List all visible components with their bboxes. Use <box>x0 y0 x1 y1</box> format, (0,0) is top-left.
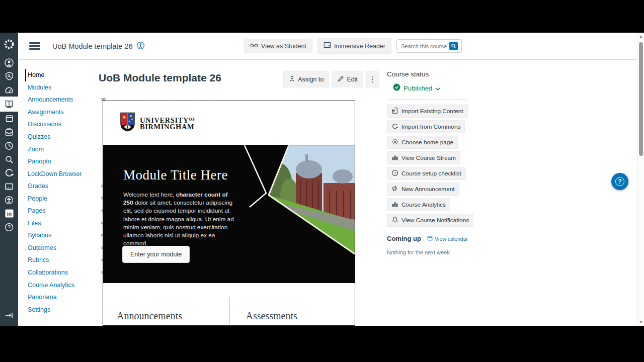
question-circle-icon: ? <box>391 169 398 178</box>
course-nav-assignments[interactable]: Assignments <box>25 106 87 119</box>
megaphone-icon <box>391 185 398 194</box>
account-icon[interactable] <box>0 56 18 69</box>
page-actions: Assign to Edit ⋮ <box>283 71 379 87</box>
course-nav-lockdown-browser[interactable]: LockDown Browser <box>25 167 87 180</box>
course-setup-checklist-button[interactable]: ? Course setup checklist <box>387 167 466 180</box>
assessments-heading: Assessments <box>246 310 297 322</box>
module-template-card: UNIVERSITYOF BIRMINGHAM <box>103 101 355 326</box>
help-icon[interactable]: ? <box>0 220 18 234</box>
course-nav-settings[interactable]: Settings <box>25 303 87 316</box>
course-status-heading: Course status <box>387 70 468 78</box>
course-nav-collaborations[interactable]: Collaborations <box>25 266 87 279</box>
canvas-app: in ? UoB Module template 26 Vi <box>0 33 644 326</box>
course-status-panel: Course status Published Import Existing … <box>387 70 468 255</box>
view-course-notifications-button[interactable]: View Course Notifications <box>387 214 473 227</box>
vertical-scrollbar[interactable]: ▲ ▼ <box>637 33 644 326</box>
global-navigation: in ? <box>0 33 18 326</box>
edit-button[interactable]: Edit <box>332 71 363 87</box>
admin-icon[interactable] <box>0 69 18 83</box>
course-nav-rubrics[interactable]: Rubrics <box>25 254 87 266</box>
svg-text:?: ? <box>8 224 11 230</box>
glasses-icon <box>250 42 258 50</box>
view-as-student-button[interactable]: View as Student <box>244 39 312 53</box>
search-input[interactable] <box>401 43 449 49</box>
coming-up-empty-text: Nothing for the next week <box>387 249 468 255</box>
course-nav-panopto[interactable]: Panopto <box>25 155 87 168</box>
course-nav-quizzes[interactable]: Quizzes <box>25 131 87 143</box>
announcements-heading: Announcements <box>117 310 182 322</box>
person-icon <box>289 75 295 83</box>
course-search <box>396 39 462 53</box>
course-nav-home[interactable]: Home <box>25 69 87 81</box>
university-wordmark: UNIVERSITYOF BIRMINGHAM <box>140 116 195 130</box>
inbox-icon[interactable] <box>0 125 18 139</box>
studio-icon[interactable] <box>0 179 18 193</box>
view-calendar-link[interactable]: View calendar <box>427 235 468 242</box>
course-header: UoB Module template 26 View as Student I… <box>18 33 644 60</box>
svg-text:?: ? <box>394 170 396 175</box>
header-actions: View as Student Immersive Reader <box>244 38 462 54</box>
linkedin-icon[interactable]: in <box>0 207 18 220</box>
screen: in ? UoB Module template 26 Vi <box>0 0 644 362</box>
chevron-down-icon <box>435 84 441 93</box>
more-options-kebab-icon[interactable]: ⋮ <box>366 71 379 87</box>
course-nav-pages[interactable]: Pages <box>25 205 87 217</box>
view-course-stream-button[interactable]: View Course Stream <box>387 151 460 164</box>
canvas-logo-icon[interactable] <box>0 33 18 56</box>
hamburger-menu-icon[interactable] <box>29 41 40 52</box>
published-toggle[interactable]: Published <box>393 83 468 93</box>
course-nav-zoom[interactable]: Zoom <box>25 143 87 155</box>
scroll-down-arrow-icon[interactable]: ▼ <box>637 320 644 324</box>
search-icon[interactable] <box>0 152 18 166</box>
course-nav-syllabus[interactable]: Syllabus <box>25 229 87 242</box>
home-page-icon <box>391 138 398 147</box>
edit-label: Edit <box>347 76 358 83</box>
import-content-icon <box>391 107 398 116</box>
scrollbar-thumb[interactable] <box>639 42 643 156</box>
course-nav-people[interactable]: People <box>25 192 87 205</box>
card-sections: Announcements Assessments <box>103 283 355 326</box>
course-nav-discussions[interactable]: Discussions <box>25 118 87 131</box>
coming-up-section: Coming up View calendar Nothing for the … <box>387 235 468 255</box>
course-nav-announcements[interactable]: Announcements <box>25 94 87 106</box>
immersive-reader-button[interactable]: Immersive Reader <box>317 38 391 54</box>
published-label: Published <box>404 84 432 92</box>
panel-divider <box>387 246 468 246</box>
immersive-reader-icon <box>324 42 331 50</box>
bar-chart-icon <box>391 201 398 209</box>
accessibility-icon[interactable] <box>0 193 18 207</box>
help-float-button[interactable]: ? <box>611 173 628 190</box>
scroll-up-arrow-icon[interactable]: ▲ <box>637 34 644 39</box>
choose-home-page-button[interactable]: Choose home page <box>387 136 458 149</box>
accessibility-check-icon[interactable] <box>136 41 145 51</box>
course-analytics-button[interactable]: Course Analytics <box>387 198 450 211</box>
courses-icon[interactable] <box>0 97 18 112</box>
assign-to-button[interactable]: Assign to <box>283 71 329 87</box>
course-nav-files[interactable]: Files <box>25 217 87 230</box>
svg-text:in: in <box>7 211 11 217</box>
course-nav-panorama[interactable]: Panorama <box>25 291 87 304</box>
question-mark-icon: ? <box>615 177 624 186</box>
header-course-title: UoB Module template 26 <box>52 41 145 51</box>
commons-icon[interactable] <box>0 166 18 179</box>
dashboard-icon[interactable] <box>0 83 18 97</box>
enter-module-button[interactable]: Enter your module <box>122 246 190 263</box>
course-nav-modules[interactable]: Modules <box>25 81 87 94</box>
panel-divider <box>387 99 468 100</box>
course-nav-course-analytics[interactable]: Course Analytics <box>25 279 87 291</box>
bell-icon <box>391 216 398 225</box>
calendar-icon[interactable] <box>0 112 18 125</box>
search-submit-button[interactable] <box>449 42 458 50</box>
calendar-small-icon <box>427 235 433 242</box>
university-logo-header: UNIVERSITYOF BIRMINGHAM <box>103 101 355 145</box>
course-nav-grades[interactable]: Grades <box>25 180 87 193</box>
import-from-commons-button[interactable]: Import from Commons <box>387 120 465 133</box>
view-as-student-label: View as Student <box>261 43 306 50</box>
course-nav-outcomes[interactable]: Outcomes <box>25 242 87 254</box>
coming-up-heading: Coming up <box>387 235 421 242</box>
collapse-tray-icon[interactable] <box>0 308 18 322</box>
history-icon[interactable] <box>0 139 18 152</box>
assign-to-label: Assign to <box>298 76 324 83</box>
import-existing-content-button[interactable]: Import Existing Content <box>387 105 468 118</box>
new-announcement-button[interactable]: New Announcement <box>387 183 459 196</box>
